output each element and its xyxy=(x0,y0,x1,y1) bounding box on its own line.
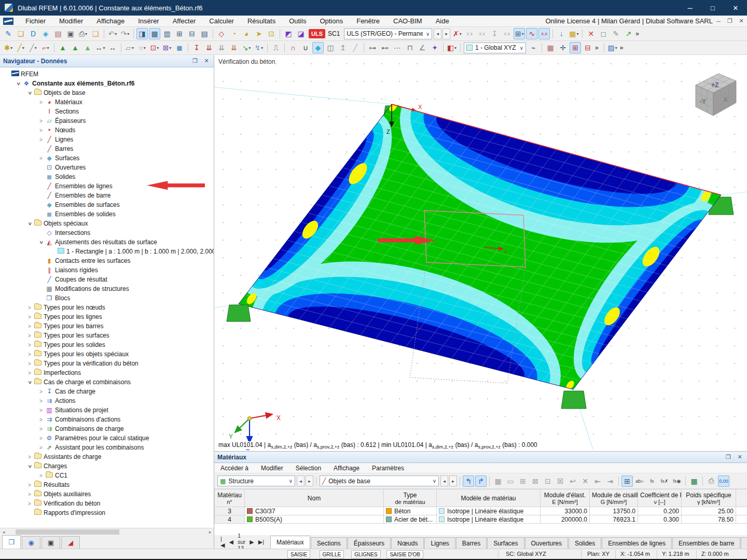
objects-prev-icon[interactable]: ◂ xyxy=(440,475,448,486)
redo-icon[interactable]: ↷▾ xyxy=(119,28,131,39)
tree-item-4[interactable]: ⅠSections xyxy=(0,107,214,116)
materials-menu-acc-der-[interactable]: Accéder à xyxy=(214,463,255,473)
deformation-icon[interactable]: ↥ xyxy=(337,42,349,53)
tree-item-13[interactable]: ╱Ensembles de barre xyxy=(0,191,214,200)
tree-expander-icon[interactable]: > xyxy=(26,314,33,320)
hinge-icon[interactable]: ∩ xyxy=(287,42,299,53)
materials-caption[interactable]: Matériaux ❐ ✕ xyxy=(214,452,747,463)
panel-options-icon-dropdown-icon[interactable]: ▾ xyxy=(615,46,617,50)
result-table-icon[interactable]: ⊞▾ xyxy=(514,28,525,39)
navigator-hscrollbar[interactable]: ◂ ▸ xyxy=(0,528,214,535)
row-pattern-icon[interactable]: ⊠ xyxy=(530,475,541,487)
materials-close-icon[interactable]: ✕ xyxy=(736,454,744,460)
fx-icon[interactable]: fx xyxy=(646,475,658,487)
navigator-float-icon[interactable]: ❐ xyxy=(191,58,199,64)
tree-expander-icon[interactable]: > xyxy=(37,137,45,143)
surface-load-icon[interactable]: ⇊ xyxy=(228,42,240,53)
select-box-icon[interactable]: ⊡ xyxy=(266,28,277,39)
objects-combo[interactable]: ╱ Objets de base∨ xyxy=(320,475,439,486)
new-solid-icon[interactable]: ◼ xyxy=(174,42,185,53)
hscroll-right-icon[interactable]: ▸ xyxy=(206,528,214,536)
tree-item-16[interactable]: >Objets spéciaux xyxy=(0,219,214,228)
tree-item-47[interactable]: Rapports d'impression xyxy=(0,508,214,517)
load-generator-icon[interactable]: ↯▾ xyxy=(253,42,265,53)
menu-fichier[interactable]: Fichier xyxy=(19,16,52,27)
sc-console-icon[interactable]: ⊟ xyxy=(186,28,198,39)
materials-float-icon[interactable]: ❐ xyxy=(724,454,732,460)
new-line2-icon-dropdown-icon[interactable]: ▾ xyxy=(35,46,37,50)
select-polygon-icon[interactable]: ◇ xyxy=(216,28,227,39)
magic-wand-icon[interactable]: ✦ xyxy=(429,42,440,53)
tree-expander-icon[interactable]: > xyxy=(27,89,33,96)
navigation-cube[interactable]: +Z -Y X xyxy=(696,74,736,116)
tree-item-14[interactable]: ◆Ensembles de surfaces xyxy=(0,200,214,209)
tree-expander-icon[interactable]: > xyxy=(26,370,33,376)
free-load-icon[interactable]: ↘▾ xyxy=(241,42,252,53)
column-header-5[interactable]: Module de cisailleG [N/mm²] xyxy=(590,489,638,507)
column-header-8[interactable] xyxy=(736,489,747,507)
table-tab-ouvertures[interactable]: Ouvertures xyxy=(525,537,568,549)
tree-item-7[interactable]: >╱Lignes xyxy=(0,135,214,144)
loadcase-combo[interactable]: ULS (STR/GEO) - Permanent...∨ xyxy=(344,29,432,39)
minimize-button[interactable]: ─ xyxy=(679,0,701,16)
tree-item-26[interactable]: >Types pour les lignes xyxy=(0,312,214,321)
status-toggle-grille[interactable]: GRILLE xyxy=(320,550,344,558)
new-polyline-icon[interactable]: ⌐▾ xyxy=(40,42,51,53)
menu-cao-bim[interactable]: CAO-BIM xyxy=(386,16,429,27)
edge-release1-icon[interactable]: ⊶ xyxy=(367,42,378,53)
render-mode-icon[interactable]: ⌁ xyxy=(528,42,539,53)
result-diagram-icon[interactable]: ↧ xyxy=(489,28,500,39)
tree-item-28[interactable]: >Types pour les surfaces xyxy=(0,331,214,340)
decimals-icon[interactable]: 0,00 xyxy=(718,475,729,487)
select-ring-icon[interactable]: ◕ xyxy=(241,28,252,39)
column-header-1[interactable]: Nom xyxy=(245,489,384,507)
viewport-3d[interactable]: Z X v +Z xyxy=(214,55,747,451)
tree-item-29[interactable]: >Types pour les solides xyxy=(0,340,214,349)
edge-release3-icon[interactable]: ⋯ xyxy=(392,42,403,53)
delete-icon[interactable]: ✕ xyxy=(579,475,591,487)
fx-del-icon[interactable]: fx✗ xyxy=(659,475,670,487)
dimension-icon[interactable]: ↔▾ xyxy=(94,42,106,53)
filter-loadcase-icon-dropdown-icon[interactable]: ▾ xyxy=(460,32,462,36)
nav-tab-results-icon[interactable]: ◢ xyxy=(61,536,80,549)
new-nurbs-icon-dropdown-icon[interactable]: ▾ xyxy=(144,46,146,50)
tree-item-21[interactable]: ∥Liaisons rigides xyxy=(0,265,214,275)
work-plane-xy-icon[interactable]: ⊞ xyxy=(570,42,581,53)
open-model-icon[interactable]: ❏ xyxy=(15,28,26,39)
new-opening-icon-dropdown-icon[interactable]: ▾ xyxy=(157,46,159,50)
column-header-6[interactable]: Coefficient de Poisν [--] xyxy=(638,489,682,507)
table-view-icon[interactable]: ⊞ xyxy=(621,475,633,487)
printout-report-icon[interactable]: ▤ xyxy=(52,28,64,39)
navigator-panel-icon[interactable]: ◨ xyxy=(136,28,148,39)
fx-view-icon[interactable]: fx◉ xyxy=(671,475,683,487)
tree-item-44[interactable]: >Résultats xyxy=(0,480,214,489)
section-plane-icon[interactable]: ╱ xyxy=(350,42,361,53)
nodal-load-icon[interactable]: ↧ xyxy=(191,42,202,53)
result-values-icon[interactable]: x.x xyxy=(538,28,550,39)
console-icon[interactable]: ⊞ xyxy=(174,28,185,39)
menu-fen-tre[interactable]: Fenêtre xyxy=(350,16,386,27)
tree-item-46[interactable]: >Vérification du béton xyxy=(0,499,214,508)
line-support-icon[interactable]: ▲ xyxy=(70,42,81,53)
save-icon[interactable]: ▣ xyxy=(65,28,76,39)
tree-item-41[interactable]: >Assistants de charge xyxy=(0,452,214,461)
new-line-icon[interactable]: ╱▾ xyxy=(15,42,26,53)
export-icon[interactable]: ↓ xyxy=(556,28,567,39)
tree-expander-icon[interactable]: > xyxy=(26,352,33,357)
table-tab-ensemb[interactable]: Ensemb xyxy=(741,537,747,549)
tree-item-40[interactable]: >⇗Assistant pour les combinaisons xyxy=(0,443,214,452)
menu-outils[interactable]: Outils xyxy=(282,16,313,27)
line-load2-icon[interactable]: ⇊ xyxy=(216,42,227,53)
menu-modifier[interactable]: Modifier xyxy=(52,16,90,27)
clear-results-icon[interactable]: ✕ xyxy=(585,28,597,39)
hinge2-icon[interactable]: ∪ xyxy=(300,42,311,53)
table-tab-ensembles-de-barre[interactable]: Ensembles de barre xyxy=(672,537,740,549)
tree-item-23[interactable]: ▦Modifications de structures xyxy=(0,284,214,293)
pager-last-icon[interactable]: ▶| xyxy=(258,539,264,545)
new-polyline-icon-dropdown-icon[interactable]: ▾ xyxy=(47,46,49,50)
materials-menu-param-tres[interactable]: Paramètres xyxy=(366,463,410,473)
nodal-support-icon[interactable]: ▲ xyxy=(57,42,68,53)
tree-expander-icon[interactable]: > xyxy=(26,324,33,329)
close-button[interactable]: ✕ xyxy=(724,0,747,16)
edge-release5-icon[interactable]: ∠ xyxy=(417,42,428,53)
